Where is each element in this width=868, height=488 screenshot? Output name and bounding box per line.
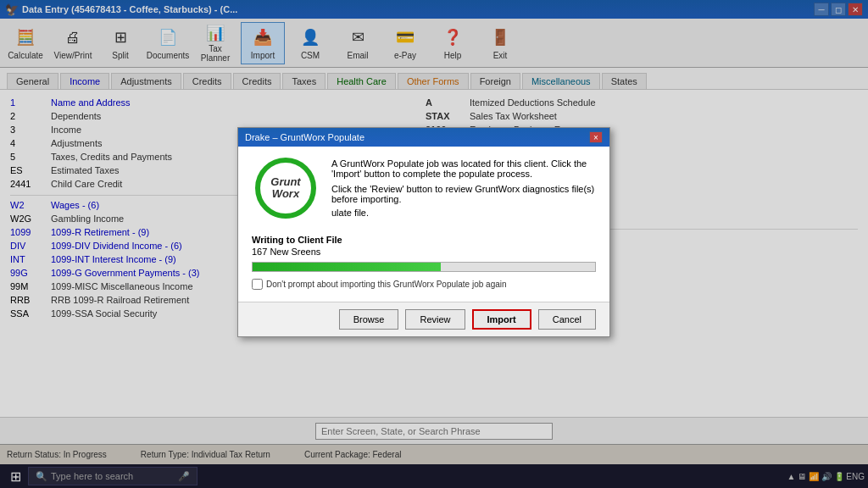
- restore-button[interactable]: ◻: [831, 3, 846, 16]
- calculate-button[interactable]: 🧮 Calculate: [3, 22, 47, 64]
- right-label-stax: Sales Tax Worksheet: [470, 111, 557, 121]
- review-button[interactable]: Review: [405, 309, 465, 330]
- exit-label: Exit: [493, 51, 508, 60]
- dont-prompt-label: Don't prompt about importing this GruntW…: [266, 280, 507, 289]
- help-button[interactable]: ❓ Help: [431, 22, 475, 64]
- tab-miscellaneous[interactable]: Miscellaneous: [522, 73, 600, 89]
- menu-code-int: INT: [10, 254, 51, 264]
- import-icon: 📥: [251, 25, 275, 49]
- epay-button[interactable]: 💳 e-Pay: [383, 22, 427, 64]
- grunt-text: Grunt: [270, 175, 300, 188]
- tab-credits1[interactable]: Credits: [183, 73, 231, 89]
- current-package: Current Package: Federal: [304, 450, 402, 459]
- csm-button[interactable]: 👤 CSM: [288, 22, 332, 64]
- documents-button[interactable]: 📄 Documents: [146, 22, 190, 64]
- gw-logo-text: Grunt Worx: [270, 176, 300, 201]
- mic-icon: 🎤: [178, 471, 190, 482]
- dont-prompt-checkbox[interactable]: [252, 279, 263, 290]
- import-dialog-button[interactable]: Import: [472, 309, 531, 330]
- calculate-icon: 🧮: [14, 25, 37, 49]
- taskbar-search[interactable]: 🔍 Type here to search 🎤: [28, 467, 198, 485]
- minimize-button[interactable]: ─: [814, 3, 829, 16]
- menu-item-name-address[interactable]: 1 Name and Address: [10, 97, 409, 110]
- browse-button[interactable]: Browse: [339, 309, 399, 330]
- import-label: Import: [251, 51, 275, 60]
- tab-adjustments[interactable]: Adjustments: [111, 73, 181, 89]
- writing-value: 167 New Sreens: [252, 247, 596, 257]
- right-item-stax[interactable]: STAX Sales Tax Worksheet: [426, 110, 858, 124]
- status-bar: Return Status: In Progress Return Type: …: [0, 444, 868, 464]
- menu-label-99g: 1099-G Government Payments - (3): [51, 268, 199, 278]
- progress-bar-fill: [253, 263, 441, 271]
- toolbar: 🧮 Calculate 🖨 View/Print ⊞ Split 📄 Docum…: [0, 19, 868, 68]
- menu-label-99m: 1099-MISC Miscellaneous Income: [51, 281, 193, 291]
- dialog-close-button[interactable]: ×: [589, 131, 603, 143]
- menu-label-1099r: 1099-R Retirement - (9): [51, 227, 149, 237]
- writing-label: Writing to Client File: [252, 235, 596, 245]
- view-print-button[interactable]: 🖨 View/Print: [51, 22, 95, 64]
- menu-code-2441: 2441: [10, 179, 51, 189]
- menu-code-3: 3: [10, 125, 51, 135]
- tax-planner-button[interactable]: 📊 Tax Planner: [193, 22, 237, 64]
- tab-health-care[interactable]: Health Care: [327, 73, 396, 89]
- tab-general[interactable]: General: [7, 73, 58, 89]
- dialog-progress-section: Writing to Client File 167 New Sreens Do…: [252, 228, 596, 290]
- dialog-header-row: Grunt Worx A GruntWorx Populate job was …: [252, 158, 596, 218]
- menu-code-rrb: RRB: [10, 295, 51, 305]
- app-icon: 🦅: [5, 3, 19, 16]
- tax-planner-icon: 📊: [203, 24, 227, 42]
- menu-label-rrb: RRB 1099-R Railroad Retirement: [51, 295, 189, 305]
- menu-label-name-address: Name and Address: [51, 97, 131, 108]
- epay-label: e-Pay: [394, 51, 416, 60]
- menu-label-child-care: Child Care Credit: [51, 179, 122, 189]
- right-item-a[interactable]: A Itemized Deductions Schedule: [426, 97, 858, 110]
- gruntworx-dialog[interactable]: Drake – GruntWorx Populate × Grunt Worx …: [237, 127, 610, 337]
- menu-code-ssa: SSA: [10, 308, 51, 319]
- search-input[interactable]: [315, 423, 553, 440]
- dialog-message1: A GruntWorx Populate job was located for…: [331, 158, 596, 179]
- tab-states[interactable]: States: [602, 73, 647, 89]
- tab-income[interactable]: Income: [60, 73, 109, 89]
- start-button[interactable]: ⊞: [3, 467, 28, 486]
- tab-other-forms[interactable]: Other Forms: [398, 73, 469, 89]
- system-tray: ▲ 🖥 📶 🔊 🔋 ENG: [787, 472, 865, 481]
- worx-text: Worx: [272, 187, 299, 200]
- import-button[interactable]: 📥 Import: [241, 22, 285, 64]
- cancel-button[interactable]: Cancel: [538, 309, 596, 330]
- menu-item-dependents[interactable]: 2 Dependents: [10, 110, 409, 124]
- taskbar-search-label: Type here to search: [51, 471, 133, 481]
- menu-label-int: 1099-INT Interest Income - (9): [51, 254, 176, 264]
- calculate-label: Calculate: [8, 51, 43, 60]
- tab-credits2[interactable]: Credits: [233, 73, 281, 89]
- split-button[interactable]: ⊞ Split: [98, 22, 142, 64]
- menu-code-1: 1: [10, 97, 51, 108]
- taskbar-right: ▲ 🖥 📶 🔊 🔋 ENG: [787, 472, 865, 481]
- right-code-a: A: [426, 97, 470, 108]
- search-bar: [0, 417, 868, 444]
- view-print-icon: 🖨: [61, 25, 85, 49]
- dialog-body: Grunt Worx A GruntWorx Populate job was …: [238, 147, 609, 302]
- epay-icon: 💳: [393, 25, 417, 49]
- menu-code-1099: 1099: [10, 227, 51, 237]
- dialog-title-bar: Drake – GruntWorx Populate ×: [238, 128, 609, 147]
- search-mic-icon: 🔍: [36, 471, 47, 482]
- menu-code-es: ES: [10, 165, 51, 175]
- dialog-title-text: Drake – GruntWorx Populate: [245, 132, 364, 142]
- close-button[interactable]: ✕: [848, 3, 863, 16]
- menu-code-99g: 99G: [10, 268, 51, 278]
- tab-foreign[interactable]: Foreign: [470, 73, 520, 89]
- email-button[interactable]: ✉ Email: [336, 22, 380, 64]
- dialog-message3: ulate file.: [331, 208, 596, 218]
- menu-label-income: Income: [51, 125, 81, 135]
- email-label: Email: [347, 51, 368, 60]
- menu-code-w2: W2: [10, 200, 51, 210]
- right-code-stax: STAX: [426, 111, 470, 121]
- tab-taxes[interactable]: Taxes: [282, 73, 326, 89]
- nav-tabs: General Income Adjustments Credits Credi…: [0, 68, 868, 90]
- progress-bar-container: [252, 262, 596, 272]
- exit-button[interactable]: 🚪 Exit: [478, 22, 522, 64]
- menu-label-wages: Wages - (6): [51, 200, 99, 210]
- gruntworx-logo: Grunt Worx: [252, 158, 320, 218]
- title-bar-text: Data Entry (454678413 - Coffee, Starbuck…: [22, 4, 237, 14]
- dialog-messages: A GruntWorx Populate job was located for…: [331, 158, 596, 218]
